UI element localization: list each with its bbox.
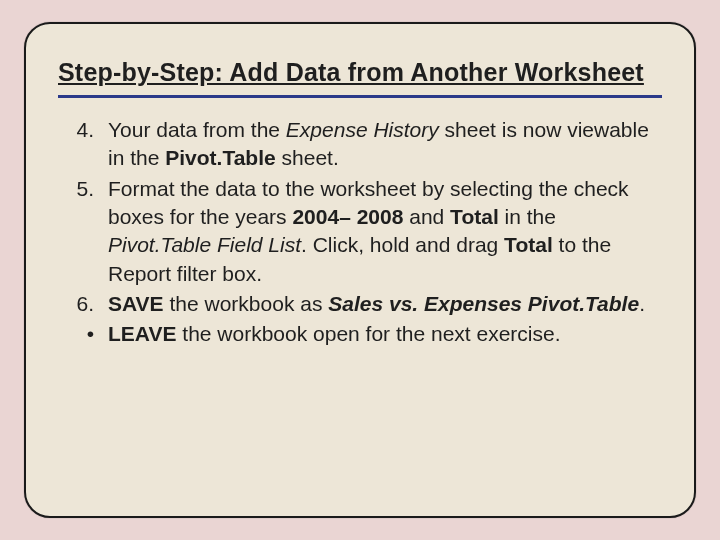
text-segment: Total — [504, 233, 553, 256]
list-item: •LEAVE the workbook open for the next ex… — [58, 320, 662, 348]
text-segment: Pivot.Table — [165, 146, 275, 169]
text-segment: in the — [499, 205, 556, 228]
text-segment: . Click, hold and drag — [301, 233, 504, 256]
text-segment: Expense History — [286, 118, 439, 141]
text-segment: 2004– 2008 — [292, 205, 403, 228]
slide-title: Step-by-Step: Add Data from Another Work… — [58, 58, 662, 87]
title-underline-rule — [58, 95, 662, 98]
list-item: 5.Format the data to the worksheet by se… — [58, 175, 662, 288]
text-segment: the workbook as — [164, 292, 329, 315]
slide-card: Step-by-Step: Add Data from Another Work… — [24, 22, 696, 518]
text-segment: Sales vs. Expenses Pivot.Table — [328, 292, 639, 315]
number-marker: 5. — [58, 175, 108, 288]
list-item-body: Format the data to the worksheet by sele… — [108, 175, 662, 288]
text-segment: Your data from the — [108, 118, 286, 141]
text-segment: . — [639, 292, 645, 315]
list-item-body: SAVE the workbook as Sales vs. Expenses … — [108, 290, 662, 318]
text-segment: SAVE — [108, 292, 164, 315]
list-item-body: LEAVE the workbook open for the next exe… — [108, 320, 662, 348]
bullet-marker: • — [58, 320, 108, 348]
list-item: 6.SAVE the workbook as Sales vs. Expense… — [58, 290, 662, 318]
step-list: 4.Your data from the Expense History she… — [58, 116, 662, 349]
list-item-body: Your data from the Expense History sheet… — [108, 116, 662, 173]
text-segment: Total — [450, 205, 499, 228]
number-marker: 6. — [58, 290, 108, 318]
text-segment: the workbook open for the next exercise. — [176, 322, 560, 345]
text-segment: and — [403, 205, 450, 228]
text-segment: LEAVE — [108, 322, 176, 345]
text-segment: sheet. — [276, 146, 339, 169]
list-item: 4.Your data from the Expense History she… — [58, 116, 662, 173]
text-segment: Pivot.Table Field List — [108, 233, 301, 256]
number-marker: 4. — [58, 116, 108, 173]
